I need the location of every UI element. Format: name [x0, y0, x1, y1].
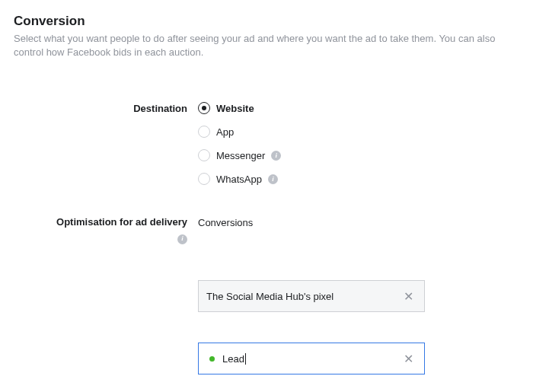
- radio-icon: [198, 102, 210, 114]
- pixel-label-spacer: [14, 280, 198, 312]
- radio-option-whatsapp[interactable]: WhatsApp i: [198, 173, 519, 185]
- optimisation-value[interactable]: Conversions: [198, 217, 253, 228]
- radio-label: WhatsApp: [216, 174, 262, 185]
- pixel-value: The Social Media Hub's pixel: [206, 291, 401, 302]
- close-icon[interactable]: ✕: [401, 349, 417, 369]
- event-label-spacer: [14, 343, 198, 374]
- radio-icon: [198, 126, 210, 138]
- close-icon[interactable]: ✕: [401, 286, 417, 307]
- text-cursor-icon: [245, 353, 246, 365]
- conversion-event-input[interactable]: Lead ✕: [198, 343, 425, 374]
- status-dot-icon: [209, 356, 215, 362]
- section-title: Conversion: [14, 14, 519, 29]
- info-icon[interactable]: i: [271, 151, 281, 161]
- optimisation-label: Optimisation for ad delivery i: [14, 215, 198, 244]
- optimisation-row: Optimisation for ad delivery i Conversio…: [14, 215, 519, 244]
- radio-label: Messenger: [216, 150, 265, 161]
- radio-option-app[interactable]: App: [198, 126, 519, 138]
- pixel-row: The Social Media Hub's pixel ✕: [14, 280, 519, 312]
- info-icon[interactable]: i: [177, 234, 187, 244]
- radio-option-messenger[interactable]: Messenger i: [198, 149, 519, 161]
- radio-icon: [198, 173, 210, 185]
- radio-label: App: [216, 126, 234, 138]
- info-icon[interactable]: i: [268, 174, 278, 184]
- section-description: Select what you want people to do after …: [14, 32, 519, 59]
- event-row: Lead ✕: [14, 343, 519, 374]
- destination-label: Destination: [14, 102, 198, 185]
- event-input-value: Lead: [222, 353, 401, 365]
- pixel-select[interactable]: The Social Media Hub's pixel ✕: [198, 280, 425, 312]
- destination-radio-group: Website App Messenger i WhatsApp i: [198, 102, 519, 185]
- radio-icon: [198, 149, 210, 161]
- radio-option-website[interactable]: Website: [198, 102, 519, 114]
- radio-label: Website: [216, 103, 254, 114]
- destination-row: Destination Website App Messenger i What…: [14, 102, 519, 185]
